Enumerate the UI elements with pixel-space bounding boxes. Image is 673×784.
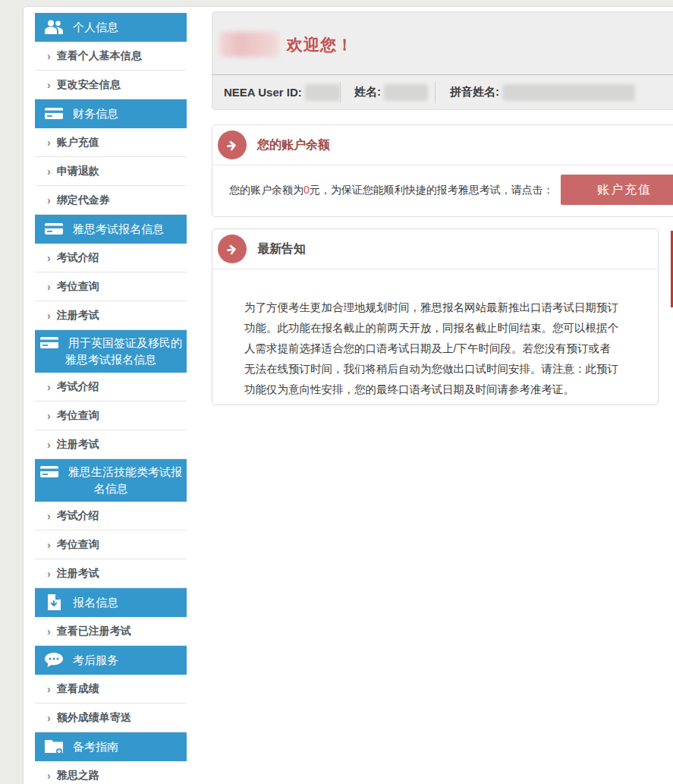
sidebar-item[interactable]: ›考位查询 [35, 531, 187, 559]
sidebar-section-label: 雅思考试报名信息 [73, 222, 164, 235]
chevron-right-icon: › [47, 510, 51, 522]
sidebar-item[interactable]: ›账户充值 [35, 128, 187, 157]
balance-card-body: 您的账户余额为0元，为保证您能顺利快捷的报考雅思考试，请点击： 账户充值 [212, 165, 673, 214]
chevron-right-icon: › [47, 310, 51, 322]
user-info-row: NEEA User ID: 姓名: 拼音姓名: [212, 74, 673, 109]
sidebar-section-label: 报名信息 [73, 596, 118, 609]
chevron-right-icon: › [47, 568, 51, 580]
neea-id-label: NEEA User ID: [224, 86, 302, 99]
sidebar-section-header: 个人信息 [35, 13, 187, 42]
pinyin-name-field: 拼音姓名: [436, 84, 635, 101]
sidebar-item-label: 考位查询 [57, 409, 99, 423]
chevron-right-icon: › [47, 50, 51, 62]
card-icon [39, 464, 59, 480]
card-icon [39, 335, 59, 351]
notice-card-header: 最新告知 [212, 229, 658, 269]
welcome-box: 欢迎您！ NEEA User ID: 姓名: 拼音姓名: [212, 11, 673, 110]
name-label: 姓名: [354, 85, 381, 99]
chevron-right-icon: › [47, 410, 51, 422]
sidebar-item-label: 绑定代金券 [57, 194, 110, 207]
chevron-right-icon: › [47, 625, 51, 638]
chevron-right-icon: › [47, 137, 51, 149]
sidebar-item-label: 申请退款 [57, 165, 99, 178]
page-background: 个人信息›查看个人基本信息›更改安全信息财务信息›账户充值›申请退款›绑定代金券… [0, 0, 673, 784]
sidebar-section-header: 雅思考试报名信息 [35, 215, 187, 244]
recharge-button[interactable]: 账户充值 [561, 175, 673, 205]
sidebar-item[interactable]: ›考试介绍 [35, 502, 187, 531]
main-panel: 个人信息›查看个人基本信息›更改安全信息财务信息›账户充值›申请退款›绑定代金券… [23, 6, 673, 784]
sidebar-item[interactable]: ›考试介绍 [35, 244, 187, 272]
sidebar-item-label: 查看个人基本信息 [57, 49, 142, 63]
arrow-right-icon [225, 137, 240, 153]
sidebar-item[interactable]: ›注册考试 [35, 301, 187, 330]
sidebar-section-label: 财务信息 [73, 107, 118, 120]
sidebar-item[interactable]: ›注册考试 [35, 430, 187, 459]
chevron-right-icon: › [47, 439, 51, 451]
folder-icon [44, 738, 64, 754]
sidebar-section-header: 财务信息 [35, 99, 187, 128]
redacted-name [384, 84, 428, 101]
sidebar-item-label: 查看已注册考试 [57, 625, 131, 638]
sidebar-item[interactable]: ›查看个人基本信息 [35, 42, 187, 71]
sidebar-item[interactable]: ›绑定代金券 [35, 186, 187, 215]
sidebar-section-header: 报名信息 [35, 588, 187, 617]
sidebar-item-label: 考位查询 [57, 280, 99, 294]
sidebar-section-header: 雅思生活技能类考试报名信息 [35, 459, 187, 502]
chevron-right-icon: › [47, 194, 51, 206]
notice-card-title: 最新告知 [257, 241, 306, 257]
chevron-right-icon: › [47, 79, 51, 91]
sidebar-item-label: 考试介绍 [57, 380, 99, 394]
sidebar-item-label: 雅思之路 [57, 769, 99, 782]
balance-amount: 0 [303, 184, 310, 196]
balance-card-title: 您的账户余额 [257, 137, 330, 153]
sidebar: 个人信息›查看个人基本信息›更改安全信息财务信息›账户充值›申请退款›绑定代金券… [35, 13, 187, 784]
sidebar-item[interactable]: ›考位查询 [35, 401, 187, 430]
notice-card: 最新告知 为了方便考生更加合理地规划时间，雅思报名网站最新推出口语考试日期预订功… [212, 228, 659, 405]
sidebar-section-header: 备考指南 [35, 732, 187, 761]
chevron-right-icon: › [47, 683, 51, 695]
arrow-right-circle-icon [218, 235, 247, 263]
sidebar-item[interactable]: ›查看已注册考试 [35, 617, 187, 646]
chevron-right-icon: › [47, 252, 51, 264]
balance-text: 您的账户余额为0元，为保证您能顺利快捷的报考雅思考试，请点击： [229, 184, 554, 197]
sidebar-item-label: 注册考试 [57, 438, 99, 452]
file-download-icon [44, 594, 64, 610]
sidebar-section-header: 考后服务 [35, 646, 187, 675]
sidebar-item-label: 考位查询 [57, 538, 99, 552]
chat-icon [44, 652, 64, 668]
sidebar-section-label: 个人信息 [73, 20, 118, 33]
redacted-pinyin-name [502, 84, 635, 101]
chevron-right-icon: › [47, 281, 51, 293]
pinyin-name-label: 拼音姓名: [450, 85, 499, 99]
name-field: 姓名: [341, 84, 435, 101]
sidebar-item[interactable]: ›额外成绩单寄送 [35, 704, 187, 732]
sidebar-item-label: 考试介绍 [57, 509, 99, 523]
chevron-right-icon: › [47, 165, 51, 178]
sidebar-section-label: 考后服务 [73, 653, 118, 666]
balance-card-header: 您的账户余额 [212, 125, 673, 165]
sidebar-item[interactable]: ›注册考试 [35, 559, 187, 588]
card-icon [44, 105, 64, 121]
sidebar-item[interactable]: ›更改安全信息 [35, 71, 187, 99]
sidebar-item[interactable]: ›考位查询 [35, 272, 187, 301]
sidebar-section-label: 用于英国签证及移民的雅思考试报名信息 [65, 336, 182, 366]
welcome-line: 欢迎您！ [212, 12, 673, 57]
chevron-right-icon: › [47, 770, 51, 782]
sidebar-item-label: 账户充值 [57, 136, 99, 150]
sidebar-item-label: 查看成绩 [57, 682, 99, 696]
sidebar-item[interactable]: ›考试介绍 [35, 373, 187, 401]
sidebar-section-label: 雅思生活技能类考试报名信息 [68, 465, 182, 495]
sidebar-item-label: 额外成绩单寄送 [57, 711, 131, 725]
sidebar-item[interactable]: ›查看成绩 [35, 675, 187, 704]
arrow-right-circle-icon [218, 131, 247, 159]
sidebar-item[interactable]: ›申请退款 [35, 157, 187, 186]
sidebar-item[interactable]: ›雅思之路 [35, 761, 187, 784]
balance-text-suffix: 元，为保证您能顺利快捷的报考雅思考试，请点击： [310, 184, 554, 196]
notice-body: 为了方便考生更加合理地规划时间，雅思报名网站最新推出口语考试日期预订功能。此功能… [212, 281, 658, 400]
neea-id-field: NEEA User ID: [224, 84, 340, 101]
card-icon [44, 221, 64, 237]
balance-text-prefix: 您的账户余额为 [229, 184, 303, 196]
welcome-greeting: 欢迎您！ [287, 34, 354, 55]
sidebar-section-label: 备考指南 [73, 740, 118, 753]
arrow-right-icon [225, 241, 240, 257]
